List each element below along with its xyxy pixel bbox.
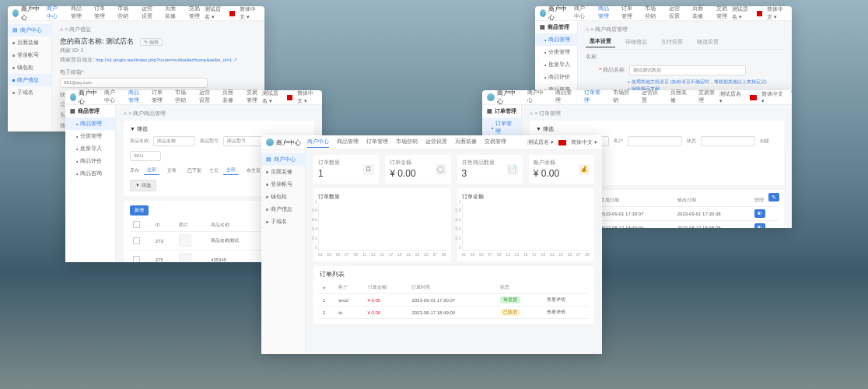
sidebar-sub-item[interactable]: • 商品管理 (535, 33, 577, 46)
nav-item[interactable]: 商品管理 (555, 89, 576, 107)
nav-item[interactable]: 页面装修 (692, 5, 708, 23)
nav-item[interactable]: 运营设置 (142, 5, 157, 23)
cust-input[interactable] (628, 136, 682, 146)
nav-item[interactable]: 订单管理 (366, 138, 388, 148)
nav-item[interactable]: 页面装修 (455, 138, 477, 148)
nav-item[interactable]: 市场营销 (645, 5, 660, 23)
nav-item[interactable]: 市场营销 (396, 138, 418, 148)
nav-item[interactable]: 交易管理 (698, 89, 719, 107)
nav-item[interactable]: 市场营销 (175, 89, 191, 107)
lang-selector[interactable]: 简体中文 ▾ (761, 90, 787, 104)
col-header[interactable]: 客户 (335, 282, 364, 294)
tip-link[interactable]: + 使用其他主机语言 (如有语言不确定时，将根据其他以上支持定义) (628, 79, 784, 86)
nav-item[interactable]: 运营设置 (425, 138, 447, 148)
nav-item[interactable]: 订单管理 (94, 5, 110, 23)
filter-pill[interactable]: 已下架 (184, 166, 205, 175)
sidebar-group[interactable]: ▤ 订单管理 (482, 105, 521, 117)
lang-selector[interactable]: 简体中文 ▾ (571, 138, 597, 146)
sub-tab[interactable]: 支付设置 (657, 37, 687, 47)
nav-item[interactable]: 市场营销 (117, 5, 133, 23)
checkbox[interactable] (133, 237, 140, 244)
sidebar-item[interactable]: 登录帐号 (8, 49, 51, 61)
nav-item[interactable]: 页面装修 (222, 89, 238, 107)
sidebar-group[interactable]: ▤ 商品管理 (65, 105, 115, 117)
filter-pill[interactable]: 全部 (144, 166, 159, 175)
col-header[interactable]: 生成日期 (597, 194, 674, 207)
sidebar-item[interactable]: 钱包柜 (8, 61, 51, 74)
lang-selector[interactable]: 简体中文 ▾ (240, 5, 260, 21)
sidebar-sub-item[interactable]: • 商品管理 (65, 117, 115, 130)
edit-button[interactable]: ✎ 编辑 (140, 38, 163, 46)
nav-item[interactable]: 页面装修 (165, 5, 180, 23)
store-selector[interactable]: 测试店名 ▾ (205, 5, 225, 21)
store-selector[interactable]: 测试店名 ▾ (732, 5, 752, 21)
nav-item[interactable]: 交易管理 (716, 5, 732, 23)
nav-item[interactable]: 交易管理 (247, 89, 262, 107)
sidebar-item[interactable]: 子域名 (261, 216, 305, 228)
nav-item[interactable]: 交易管理 (189, 5, 205, 23)
nav-item[interactable]: 商户中心 (104, 89, 120, 107)
sidebar-sub-item[interactable]: • 商品评价 (65, 155, 115, 167)
nav-item[interactable]: 商品管理 (71, 5, 86, 23)
store-selector[interactable]: 测试店名 ▾ (527, 138, 554, 146)
sidebar-item[interactable]: 页面装修 (8, 37, 51, 49)
name-input[interactable]: 商品名称 (153, 136, 195, 146)
sidebar-item-active[interactable]: 商户信息 (8, 74, 51, 86)
nav-item[interactable]: 商户中心 (527, 89, 548, 107)
view-detail-link[interactable]: 查看详情 (544, 294, 588, 307)
nav-item[interactable]: 订单管理 (152, 89, 167, 107)
checkbox[interactable] (133, 221, 140, 228)
sidebar-sub-item[interactable]: • 分类管理 (65, 130, 115, 142)
sidebar-section[interactable]: ▤商户中心 (8, 24, 51, 37)
table-row[interactable]: 2ttt¥ 0.002023-08-17 18:49:00已取消查看详情 (320, 307, 588, 319)
sidebar-group[interactable]: ▤ 商品管理 (535, 21, 577, 33)
action-button[interactable]: ✎ (768, 193, 779, 202)
filter-button[interactable]: ▼ 筛选 (130, 180, 156, 191)
sidebar-sub-item[interactable]: • 分类管理 (535, 46, 577, 58)
nav-item[interactable]: 市场营销 (613, 89, 634, 107)
nav-item[interactable]: 商户中心 (307, 138, 329, 148)
sidebar-sub-item[interactable]: • 商品咨询 (65, 167, 115, 180)
filter-pill[interactable]: 全部 (223, 166, 239, 175)
sku-input[interactable]: SKU (130, 151, 161, 161)
sidebar-section[interactable]: ▤ 商户中心 (261, 153, 305, 166)
filter-pill[interactable]: 正常 (164, 166, 180, 175)
sidebar-sub-item[interactable]: • 商品评价 (535, 71, 577, 83)
nav-item[interactable]: 运营设置 (199, 89, 215, 107)
col-header[interactable]: 状态 (497, 282, 544, 294)
nav-item[interactable]: 页面装修 (670, 89, 691, 107)
home-url-link[interactable]: http://s1.plugin.test/index.php?route=mu… (96, 58, 237, 62)
col-header[interactable]: 修改日期 (674, 194, 751, 207)
status-select[interactable] (701, 136, 755, 146)
nav-item[interactable]: 运营设置 (669, 5, 684, 23)
sidebar-sub-item[interactable]: • 批量导入 (535, 58, 577, 71)
sidebar-item[interactable]: 页面装修 (261, 166, 305, 178)
col-header[interactable]: 订单金额 (365, 282, 409, 294)
model-input[interactable]: 商品型号 (223, 136, 265, 146)
sidebar-item[interactable]: 登录帐号 (261, 178, 305, 191)
nav-item[interactable]: 运营设置 (642, 89, 663, 107)
view-detail-link[interactable]: 查看详情 (544, 307, 588, 319)
sidebar-item[interactable]: 商户信息 (261, 203, 305, 216)
col-header[interactable]: # (320, 282, 335, 294)
col-header[interactable]: ID (152, 219, 177, 232)
nav-item[interactable]: 订单管理 (584, 89, 605, 107)
sub-tab[interactable]: 物流设置 (693, 37, 723, 47)
add-button[interactable]: 新增 (130, 205, 149, 216)
email-field[interactable]: 581@qq.com (60, 78, 208, 88)
nav-item[interactable]: 商户中心 (47, 5, 62, 23)
lang-selector[interactable]: 简体中文 ▾ (297, 89, 317, 105)
store-selector[interactable]: 测试店名 ▾ (719, 90, 745, 104)
nav-item[interactable]: 商户中心 (574, 5, 590, 23)
sidebar-item[interactable]: 子域名 (8, 86, 51, 99)
nav-item[interactable]: 订单管理 (621, 5, 637, 23)
sidebar-sub-item[interactable]: • 批量导入 (65, 142, 115, 155)
sub-tab[interactable]: 基本设置 (586, 37, 615, 47)
col-header[interactable]: 订单时间 (408, 282, 496, 294)
view-button[interactable]: 👁 (754, 209, 765, 218)
nav-item[interactable]: 商品管理 (128, 89, 144, 107)
nav-item[interactable]: 交易管理 (485, 138, 506, 148)
sidebar-item[interactable]: 钱包柜 (261, 191, 305, 203)
nav-item[interactable]: 商品管理 (598, 5, 614, 23)
sub-tab[interactable]: 详细信息 (621, 37, 651, 47)
